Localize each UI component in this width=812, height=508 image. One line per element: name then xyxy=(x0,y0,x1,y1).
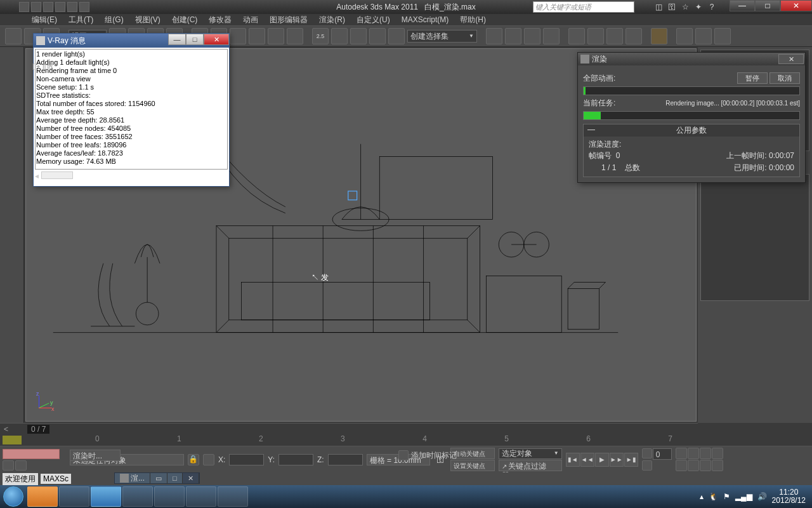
vray-scroll[interactable] xyxy=(41,171,73,179)
percent-snap-icon[interactable] xyxy=(350,28,367,44)
menu-create[interactable]: 创建(C) xyxy=(172,15,198,25)
render-setup-icon[interactable] xyxy=(606,28,623,44)
vray-window[interactable]: V-Ray 消息 — □ ✕ 1 render light(s) Adding … xyxy=(33,33,230,187)
task-folder[interactable] xyxy=(59,486,89,507)
menu-maxscript[interactable]: MAXScript(M) xyxy=(402,15,449,24)
goto-end-icon[interactable]: ►▮ xyxy=(624,453,638,467)
zoomall-icon[interactable] xyxy=(712,448,723,459)
redo-icon[interactable] xyxy=(79,2,89,12)
time-slider[interactable]: < 0 / 7 xyxy=(0,423,698,434)
pan-icon[interactable] xyxy=(676,448,687,459)
infocenter-icon[interactable]: ◫ xyxy=(653,2,664,12)
vray-max-button[interactable]: □ xyxy=(186,34,204,45)
vp-icon[interactable] xyxy=(700,460,711,471)
tray-flag-icon[interactable]: ⚑ xyxy=(723,492,730,501)
pause-button[interactable]: 暂停 xyxy=(737,72,768,84)
help-icon[interactable]: ? xyxy=(707,2,717,12)
help-search[interactable]: 键入关键字或短语 xyxy=(533,1,634,13)
menu-edit[interactable]: 编辑(E) xyxy=(32,15,57,25)
layers-icon[interactable] xyxy=(524,28,540,44)
close-button[interactable]: ✕ xyxy=(780,0,812,11)
align-icon[interactable] xyxy=(505,28,521,44)
keymode-combo[interactable]: 选定对象▼ xyxy=(499,448,562,459)
child-close[interactable]: ✕ xyxy=(183,473,199,483)
maximize-vp-icon[interactable] xyxy=(688,460,699,471)
render-close-button[interactable]: ✕ xyxy=(778,54,804,64)
teapot1-icon[interactable] xyxy=(676,28,693,44)
maximize-button[interactable]: □ xyxy=(755,0,780,11)
menu-animation[interactable]: 动画 xyxy=(243,15,258,25)
child-restore[interactable]: □ xyxy=(167,473,183,483)
goto-start-icon[interactable]: ▮◄ xyxy=(566,453,580,467)
pivot-icon[interactable] xyxy=(268,28,284,44)
start-button[interactable] xyxy=(0,485,27,508)
setkey-button[interactable]: 设置关键点 xyxy=(450,460,495,471)
render-window[interactable]: 渲染 ✕ 全部动画: 暂停 取消 当前任务: Rendering image..… xyxy=(577,52,806,183)
vray-min-button[interactable]: — xyxy=(168,34,186,45)
vray-log[interactable]: 1 render light(s) Adding 1 default light… xyxy=(35,49,228,170)
task-explorer[interactable] xyxy=(27,486,58,507)
curve-editor-icon[interactable] xyxy=(543,28,560,44)
tray-vol-icon[interactable]: 🔊 xyxy=(757,492,767,501)
prev-icon[interactable]: ◄◄ xyxy=(580,453,594,467)
child-minimize[interactable]: ▭ xyxy=(150,473,167,483)
track-bar[interactable] xyxy=(0,434,69,446)
mirror-icon[interactable] xyxy=(486,28,502,44)
keyfilter-button[interactable]: ↗ 关键点过滤器... xyxy=(499,460,562,471)
maxscript-tab[interactable]: MAXSc xyxy=(41,474,71,484)
cancel-button[interactable]: 取消 xyxy=(769,72,800,84)
vray-titlebar[interactable]: V-Ray 消息 — □ ✕ xyxy=(34,34,229,48)
menu-customize[interactable]: 自定义(U) xyxy=(357,15,390,25)
task-wmp[interactable] xyxy=(218,486,248,507)
task-3dsmax[interactable] xyxy=(122,486,153,507)
scale-icon[interactable] xyxy=(230,28,246,44)
play-icon[interactable]: ▶ xyxy=(595,453,609,467)
frame-input[interactable]: 0 xyxy=(653,448,672,460)
minimize-button[interactable]: — xyxy=(730,0,755,11)
nav1-icon[interactable] xyxy=(642,448,652,458)
tray-net-icon[interactable]: ▂▄▆ xyxy=(735,492,752,501)
task-photos[interactable] xyxy=(186,486,216,507)
sel-lock-icon[interactable] xyxy=(15,460,27,471)
add-tag-label[interactable]: 添加时间标记 xyxy=(411,450,457,461)
task-ie[interactable] xyxy=(91,486,121,507)
teapot3-icon[interactable] xyxy=(714,28,731,44)
menu-help[interactable]: 帮助(H) xyxy=(460,15,486,25)
viewport-label[interactable]: [ + ][透 xyxy=(32,62,53,71)
zoom-icon[interactable] xyxy=(688,448,699,459)
vray-close-button[interactable]: ✕ xyxy=(204,34,229,45)
spinner-snap-icon[interactable] xyxy=(369,28,386,44)
next-icon[interactable]: ►► xyxy=(610,453,624,467)
edit-named-icon[interactable] xyxy=(388,28,405,44)
menu-group[interactable]: 组(G) xyxy=(105,15,123,25)
menu-modifiers[interactable]: 修改器 xyxy=(209,15,232,25)
menu-rendering[interactable]: 渲染(R) xyxy=(319,15,345,25)
tray-up-icon[interactable]: ▴ xyxy=(700,492,704,501)
autokey-button[interactable]: 自动关键点 xyxy=(450,448,495,459)
tray-clock[interactable]: 11:202012/8/12 xyxy=(772,488,806,505)
track-handle[interactable] xyxy=(3,436,22,444)
lock-icon[interactable] xyxy=(3,460,14,471)
refcoord-icon[interactable] xyxy=(249,28,265,44)
selection-set-combo[interactable]: 创建选择集▼ xyxy=(407,30,477,43)
vp2-icon[interactable] xyxy=(712,460,723,471)
favorite-icon[interactable]: ✦ xyxy=(693,2,704,12)
task-app1[interactable] xyxy=(154,486,185,507)
orbit-icon[interactable] xyxy=(676,460,687,471)
key-icon[interactable]: ⚿ xyxy=(667,2,677,12)
menu-tools[interactable]: 工具(T) xyxy=(69,15,93,25)
manip-icon[interactable] xyxy=(287,28,303,44)
tray-qq-icon[interactable]: 🐧 xyxy=(709,492,718,501)
menu-view[interactable]: 视图(V) xyxy=(135,15,160,25)
snap-25-icon[interactable]: 2.5 xyxy=(312,28,329,44)
new-icon[interactable] xyxy=(31,2,41,12)
material-icon[interactable] xyxy=(587,28,604,44)
link-icon[interactable] xyxy=(5,28,22,44)
angle-snap-icon[interactable] xyxy=(331,28,348,44)
open-icon[interactable] xyxy=(43,2,53,12)
teapot2-icon[interactable] xyxy=(695,28,712,44)
render-icon[interactable] xyxy=(651,28,667,44)
render-titlebar[interactable]: 渲染 ✕ xyxy=(578,53,805,65)
star-icon[interactable]: ☆ xyxy=(680,2,690,12)
welcome-tab[interactable]: 欢迎使用 xyxy=(3,473,38,485)
